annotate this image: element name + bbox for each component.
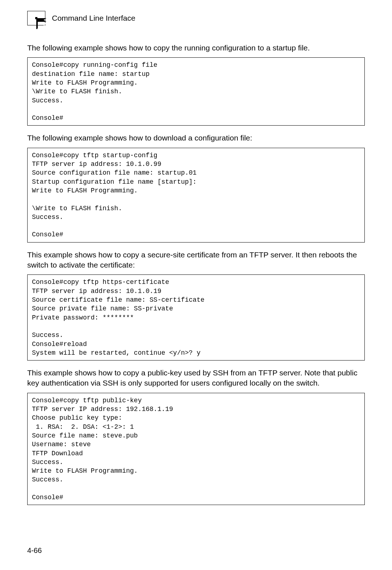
paragraph-3: This example shows how to copy a secure-… — [27, 250, 365, 270]
code-block-2: Console#copy tftp startup-config TFTP se… — [27, 148, 365, 243]
chapter-box: 4 — [27, 11, 45, 25]
page-number: 4-66 — [27, 546, 42, 555]
paragraph-2: The following example shows how to downl… — [27, 133, 365, 143]
svg-text:4: 4 — [43, 21, 48, 30]
paragraph-4: This example shows how to copy a public-… — [27, 368, 365, 388]
code-block-3: Console#copy tftp https-certificate TFTP… — [27, 274, 365, 361]
code-block-4: Console#copy tftp public-key TFTP server… — [27, 393, 365, 505]
paragraph-1: The following example shows how to copy … — [27, 43, 365, 53]
chapter-flag-icon: 4 — [35, 17, 37, 19]
code-block-1: Console#copy running-config file destina… — [27, 57, 365, 126]
chapter-title: Command Line Interface — [52, 14, 135, 23]
page-header: 4 Command Line Interface — [27, 11, 365, 25]
